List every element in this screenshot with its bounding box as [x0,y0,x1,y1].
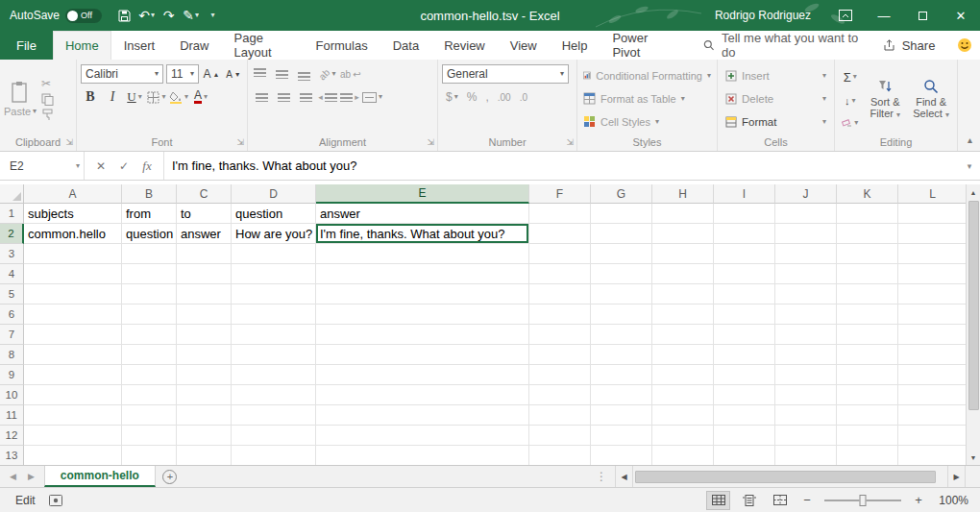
cell-J7[interactable] [775,325,837,345]
cell-C1[interactable]: to [177,204,232,224]
col-header-I[interactable]: I [714,184,775,204]
cell-E13[interactable] [316,446,529,465]
cell-D9[interactable] [232,365,316,385]
cell-F12[interactable] [529,426,591,446]
autosave-toggle[interactable]: AutoSave Off [0,9,113,23]
cell-I8[interactable] [714,345,775,365]
tab-insert[interactable]: Insert [111,31,168,60]
font-family-combobox[interactable]: Calibri▾ [81,64,163,84]
cell-G8[interactable] [591,345,652,365]
cell-F8[interactable] [529,345,591,365]
cell-K8[interactable] [837,345,898,365]
scroll-up-button[interactable]: ▲ [967,184,980,200]
bold-button[interactable]: B [81,87,100,107]
cell-B7[interactable] [122,325,177,345]
tab-help[interactable]: Help [550,31,600,60]
cell-H11[interactable] [652,405,714,426]
cell-I12[interactable] [714,426,775,446]
user-name[interactable]: Rodrigo Rodriguez [715,0,811,31]
vertical-scrollbar[interactable]: ▲ ▼ [966,184,980,465]
formula-input[interactable]: I'm fine, thanks. What about you? [164,152,959,180]
tab-formulas[interactable]: Formulas [303,31,380,60]
cell-B1[interactable]: from [122,204,177,224]
horizontal-scroll-track[interactable] [632,466,947,487]
cell-H1[interactable] [652,204,714,224]
cell-G4[interactable] [591,264,652,284]
cell-D12[interactable] [232,426,316,446]
col-header-H[interactable]: H [652,184,714,204]
cell-E10[interactable] [316,385,529,405]
cell-C3[interactable] [177,244,232,264]
zoom-slider[interactable] [824,500,901,501]
cell-I11[interactable] [714,405,775,426]
horizontal-scroll-thumb[interactable] [635,471,936,483]
undo-button[interactable]: ↶▾ [135,2,158,29]
cell-G9[interactable] [591,365,652,385]
select-all-corner[interactable] [0,184,24,204]
cell-L4[interactable] [898,264,966,284]
cell-K4[interactable] [837,264,898,284]
cell-B4[interactable] [122,264,177,284]
cell-H9[interactable] [652,365,714,385]
cell-D7[interactable] [232,325,316,345]
cell-K6[interactable] [837,305,898,325]
cell-A6[interactable] [24,305,122,325]
cell-L1[interactable] [898,204,966,224]
cancel-button[interactable]: ✕ [90,156,111,177]
cell-H12[interactable] [652,426,714,446]
cell-E12[interactable] [316,426,529,446]
cell-A2[interactable]: common.hello [24,224,122,244]
row-header-8[interactable]: 8 [0,345,24,365]
cell-B6[interactable] [122,305,177,325]
cell-C8[interactable] [177,345,232,365]
italic-button[interactable]: I [103,87,122,107]
decrease-indent-button[interactable]: ◂ [318,87,337,107]
customize-qat-button[interactable]: ▾ [202,2,224,29]
font-dialog-launcher[interactable]: ⇲ [236,137,244,147]
underline-button[interactable]: U▾ [125,87,144,107]
cell-J3[interactable] [775,244,837,264]
cell-I4[interactable] [714,264,775,284]
cell-G11[interactable] [591,405,652,426]
align-right-button[interactable] [296,87,315,107]
cell-G6[interactable] [591,305,652,325]
cell-D2[interactable]: How are you? [232,224,316,244]
cell-E1[interactable]: answer [316,204,529,224]
cell-I7[interactable] [714,325,775,345]
tab-splitter-handle[interactable]: ⋮ [596,470,607,483]
cell-A10[interactable] [24,385,122,405]
ink-button[interactable]: ✎▾ [180,2,202,29]
col-header-F[interactable]: F [529,184,591,204]
zoom-in-button[interactable]: + [910,493,927,507]
cell-G7[interactable] [591,325,652,345]
col-header-C[interactable]: C [177,184,232,204]
cell-C13[interactable] [177,446,232,465]
cell-H6[interactable] [652,305,714,325]
macro-record-button[interactable] [49,495,62,506]
cell-D11[interactable] [232,405,316,426]
row-header-5[interactable]: 5 [0,284,24,305]
cell-D8[interactable] [232,345,316,365]
cell-H13[interactable] [652,446,714,465]
autosum-button[interactable]: Σ▾ [838,70,862,85]
cell-B2[interactable]: question [122,224,177,244]
cell-A8[interactable] [24,345,122,365]
row-header-11[interactable]: 11 [0,405,24,426]
cell-L10[interactable] [898,385,966,405]
cell-D4[interactable] [232,264,316,284]
font-size-combobox[interactable]: 11▾ [166,64,199,84]
tab-power-pivot[interactable]: Power Pivot [600,31,678,60]
grow-font-button[interactable]: A▲ [202,64,221,84]
borders-button[interactable]: ▾ [147,87,166,107]
cell-A9[interactable] [24,365,122,385]
cell-D13[interactable] [232,446,316,465]
cell-C11[interactable] [177,405,232,426]
paste-button[interactable]: Paste▾ [3,62,37,134]
cell-J5[interactable] [775,284,837,305]
col-header-B[interactable]: B [122,184,177,204]
cell-L11[interactable] [898,405,966,426]
cell-K5[interactable] [837,284,898,305]
cell-J10[interactable] [775,385,837,405]
enter-button[interactable]: ✓ [113,156,135,177]
decrease-decimal-button[interactable]: .0 [520,92,527,103]
